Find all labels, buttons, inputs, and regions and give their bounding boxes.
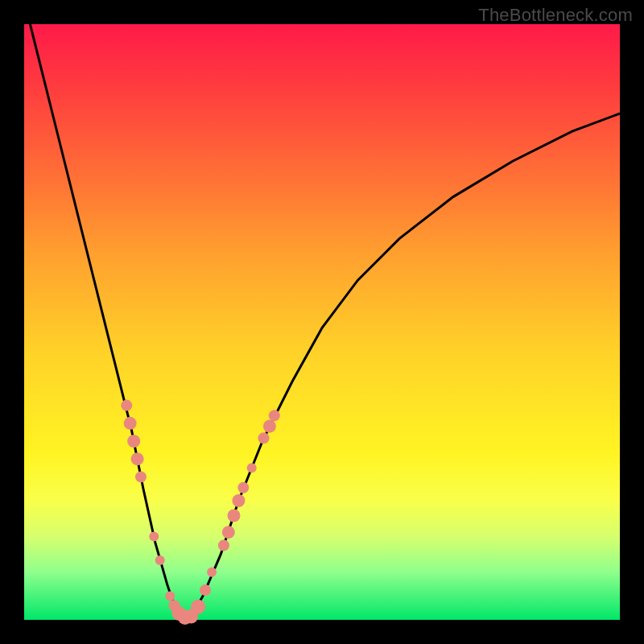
- data-marker: [222, 526, 235, 539]
- data-marker: [247, 463, 257, 473]
- bottleneck-curve: [24, 0, 620, 620]
- chart-svg: [24, 24, 620, 620]
- data-marker: [149, 531, 159, 541]
- data-marker: [228, 510, 241, 522]
- data-marker: [269, 410, 280, 421]
- data-marker: [191, 600, 205, 614]
- chart-plot-area: [24, 24, 620, 620]
- data-marker: [232, 494, 245, 507]
- data-marker: [200, 584, 211, 596]
- data-marker: [121, 400, 132, 411]
- data-marker: [258, 432, 270, 444]
- data-marker: [155, 555, 165, 565]
- data-marker: [131, 452, 144, 465]
- data-marker: [218, 540, 229, 551]
- watermark-text: TheBottleneck.com: [478, 5, 633, 26]
- data-marker: [207, 568, 217, 577]
- data-marker: [263, 420, 276, 433]
- data-marker: [124, 417, 137, 430]
- data-marker: [165, 591, 175, 601]
- chart-frame: TheBottleneck.com: [0, 0, 644, 644]
- data-marker: [237, 482, 249, 493]
- data-markers: [121, 400, 279, 625]
- data-marker: [127, 435, 140, 448]
- data-marker: [135, 471, 147, 482]
